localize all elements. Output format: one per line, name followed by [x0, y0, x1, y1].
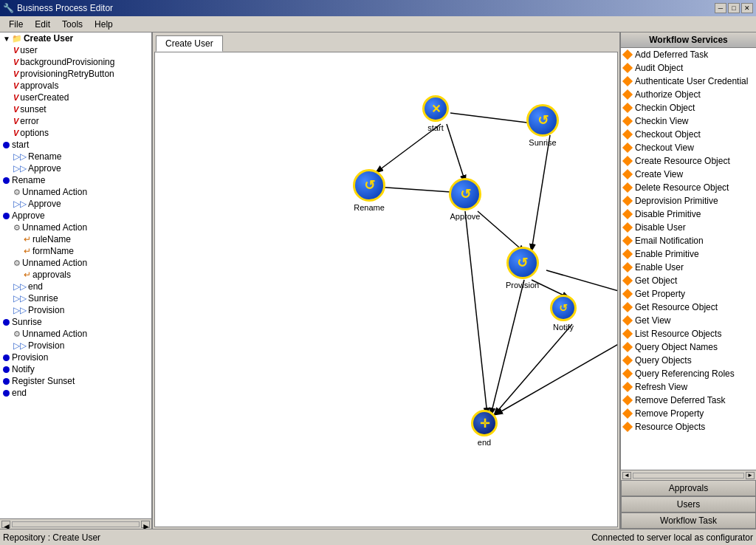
tree-container[interactable]: ▼ 📁 Create User VuserVbackgroundProvisio… — [0, 32, 151, 518]
service-item[interactable]: Deprovision Primitive — [621, 194, 756, 208]
service-item[interactable]: Checkout Object — [621, 128, 756, 141]
node-rename-label: Rename — [354, 203, 385, 212]
node-notify[interactable]: ↺ Notify — [550, 295, 577, 332]
service-item[interactable]: Get View — [621, 314, 756, 327]
tree-root[interactable]: ▼ 📁 Create User — [0, 32, 151, 44]
list-item[interactable]: Approve — [0, 210, 151, 222]
service-item[interactable]: Disable User — [621, 221, 756, 234]
list-item[interactable]: ↵approvals — [0, 269, 151, 281]
list-item[interactable]: Sunrise — [0, 316, 151, 328]
services-list[interactable]: Add Deferred TaskAudit ObjectAuthenticat… — [621, 48, 756, 470]
list-item[interactable]: Notify — [0, 363, 151, 375]
list-item[interactable]: Voptions — [0, 127, 151, 139]
menu-help[interactable]: Help — [89, 18, 119, 31]
list-item[interactable]: ⚙Unnamed Action — [0, 222, 151, 233]
list-item[interactable]: Provision — [0, 352, 151, 363]
service-item[interactable]: Get Resource Object — [621, 301, 756, 314]
list-item[interactable]: ⚙Unnamed Action — [0, 186, 151, 198]
service-item[interactable]: Query Objects — [621, 354, 756, 367]
service-item[interactable]: Audit Object — [621, 61, 756, 75]
list-item[interactable]: ⚙Unnamed Action — [0, 257, 151, 269]
node-end[interactable]: ✛ end — [471, 410, 498, 447]
list-item[interactable]: ▷▷Sunrise — [0, 292, 151, 304]
menu-file[interactable]: File — [3, 18, 29, 31]
list-item[interactable]: ▷▷Approve — [0, 198, 151, 210]
list-item[interactable]: Verror — [0, 115, 151, 127]
list-item[interactable]: end — [0, 387, 151, 399]
service-item[interactable]: Query Object Names — [621, 340, 756, 354]
service-item[interactable]: Authenticate User Credential — [621, 75, 756, 88]
service-item[interactable]: Resource Objects — [621, 420, 756, 433]
service-item[interactable]: Create Resource Object — [621, 154, 756, 168]
list-item[interactable]: VbackgroundProvisioning — [0, 56, 151, 68]
scroll-left-btn[interactable]: ◄ — [622, 472, 631, 479]
node-rename[interactable]: ↺ Rename — [353, 169, 385, 212]
list-item[interactable]: Vapprovals — [0, 80, 151, 92]
minimize-button[interactable]: ─ — [715, 3, 726, 13]
list-item[interactable]: Vsunset — [0, 103, 151, 115]
service-icon — [622, 182, 633, 193]
service-item[interactable]: Remove Property — [621, 407, 756, 420]
service-item[interactable]: Enable User — [621, 261, 756, 274]
service-item[interactable]: Enable Primitive — [621, 247, 756, 261]
menu-edit[interactable]: Edit — [29, 18, 56, 31]
node-provision[interactable]: ↺ Provision — [506, 247, 539, 289]
service-item[interactable]: Get Property — [621, 287, 756, 301]
service-item[interactable]: Create View — [621, 168, 756, 181]
list-item[interactable]: ▷▷end — [0, 281, 151, 292]
list-item[interactable]: ▷▷Rename — [0, 151, 151, 162]
service-label: Query Objects — [635, 355, 692, 366]
service-label: Get Resource Object — [635, 302, 718, 312]
bottom-tab-approvals[interactable]: Approvals — [621, 480, 756, 496]
scroll-track[interactable] — [633, 473, 744, 479]
service-item[interactable]: Add Deferred Task — [621, 48, 756, 61]
service-label: Checkout View — [635, 143, 694, 153]
service-item[interactable]: Authorize Object — [621, 88, 756, 101]
list-item[interactable]: Vuser — [0, 44, 151, 56]
canvas-area[interactable]: ✕ start ↺ Rename ↺ Approve — [154, 52, 618, 527]
close-button[interactable]: ✕ — [741, 3, 753, 13]
scroll-right-btn[interactable]: ► — [746, 472, 755, 479]
list-item[interactable]: ↵formName — [0, 245, 151, 257]
right-scrollbar-x[interactable]: ◄ ► — [621, 470, 756, 480]
menu-tools[interactable]: Tools — [56, 18, 89, 31]
service-icon — [622, 382, 633, 392]
service-item[interactable]: Get Object — [621, 274, 756, 287]
list-item[interactable]: ▷▷Approve — [0, 162, 151, 174]
list-item[interactable]: Register Sunset — [0, 375, 151, 387]
node-approve[interactable]: ↺ Approve — [449, 178, 481, 221]
bottom-tab-users[interactable]: Users — [621, 496, 756, 513]
list-item[interactable]: ↵ruleName — [0, 233, 151, 245]
service-item[interactable]: Refresh View — [621, 380, 756, 394]
node-start[interactable]: ✕ start — [422, 95, 449, 132]
service-item[interactable]: Remove Deferred Task — [621, 394, 756, 407]
list-item[interactable]: ▷▷Provision — [0, 304, 151, 316]
list-item[interactable]: start — [0, 139, 151, 151]
titlebar-controls[interactable]: ─ □ ✕ — [715, 3, 753, 13]
service-item[interactable]: Checkin View — [621, 114, 756, 128]
tree-scrollbar-x[interactable]: ◄ ► — [0, 518, 151, 529]
bottom-tab-workflow-task[interactable]: Workflow Task — [621, 513, 756, 529]
list-item[interactable]: VuserCreated — [0, 92, 151, 103]
service-item[interactable]: Query Referencing Roles — [621, 367, 756, 380]
node-sunrise[interactable]: ↺ Sunrise — [526, 104, 559, 147]
service-item[interactable]: Email Notification — [621, 234, 756, 247]
service-item[interactable]: Checkout View — [621, 141, 756, 154]
service-icon — [622, 129, 633, 140]
service-item[interactable]: Checkin Object — [621, 101, 756, 114]
list-item[interactable]: VprovisioningRetryButton — [0, 68, 151, 80]
service-icon — [622, 275, 633, 286]
service-item[interactable]: List Resource Objects — [621, 327, 756, 340]
scroll-track[interactable] — [12, 521, 140, 527]
service-icon — [622, 143, 633, 153]
list-item[interactable]: ⚙Unnamed Action — [0, 328, 151, 340]
tab-create-user[interactable]: Create User — [156, 35, 223, 52]
scroll-right-btn[interactable]: ► — [141, 521, 150, 528]
service-item[interactable]: Delete Resource Object — [621, 181, 756, 194]
scroll-left-btn[interactable]: ◄ — [1, 521, 10, 528]
service-item[interactable]: Disable Primitive — [621, 208, 756, 221]
maximize-button[interactable]: □ — [728, 3, 740, 13]
list-item[interactable]: ▷▷Provision — [0, 340, 151, 352]
service-label: Query Object Names — [635, 342, 718, 352]
list-item[interactable]: Rename — [0, 174, 151, 186]
